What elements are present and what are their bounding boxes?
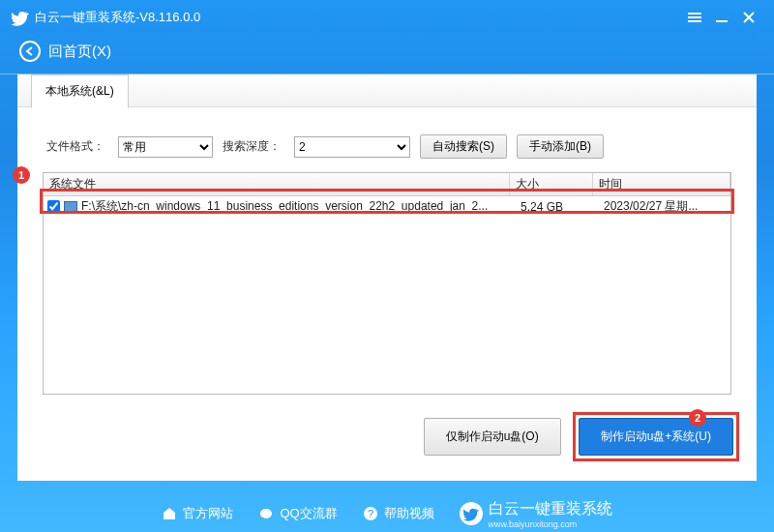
close-button[interactable] [735, 4, 762, 31]
footer: 官方网站 QQ交流群 ? 帮助视频 白云一键重装系统 www.baiyunxit… [0, 495, 774, 532]
manual-add-button[interactable]: 手动添加(B) [517, 134, 604, 159]
svg-rect-0 [688, 13, 701, 15]
auto-search-button[interactable]: 自动搜索(S) [420, 134, 507, 159]
bottom-buttons: 仅制作启动u盘(O) 制作启动u盘+系统(U) [17, 395, 757, 456]
tab-local-system[interactable]: 本地系统(&L) [31, 74, 129, 108]
tab-row: 本地系统(&L) [17, 74, 757, 107]
svg-point-4 [260, 509, 272, 518]
depth-label: 搜索深度： [223, 138, 281, 155]
svg-rect-3 [716, 20, 728, 22]
row-filepath: F:\系统\zh-cn_windows_11_business_editions… [81, 198, 521, 215]
format-label: 文件格式： [46, 138, 104, 155]
row-time: 2023/02/27 星期... [604, 198, 727, 215]
row-checkbox[interactable] [47, 200, 60, 213]
annotation-marker-2: 2 [689, 409, 706, 427]
app-title: 白云一键重装系统-V8.116.0.0 [35, 9, 681, 26]
minimize-button[interactable] [708, 4, 735, 31]
footer-official-site[interactable]: 官方网站 [162, 505, 233, 522]
make-usb-system-button[interactable]: 制作启动u盘+系统(U) [579, 418, 733, 456]
chat-icon [258, 506, 274, 521]
arrow-left-icon [19, 41, 41, 62]
svg-text:?: ? [368, 508, 373, 519]
menu-button[interactable] [681, 4, 708, 31]
question-icon: ? [363, 506, 378, 521]
annotation-marker-1: 1 [13, 166, 30, 184]
main-panel: 本地系统(&L) 文件格式： 常用 搜索深度： 2 自动搜索(S) 手动添加(B… [17, 74, 757, 481]
titlebar: 白云一键重装系统-V8.116.0.0 [0, 0, 774, 35]
svg-rect-2 [688, 20, 701, 22]
controls-row: 文件格式： 常用 搜索深度： 2 自动搜索(S) 手动添加(B) [17, 107, 757, 172]
table-header: 系统文件 大小 时间 [44, 173, 730, 196]
home-icon [162, 506, 177, 521]
col-file-header[interactable]: 系统文件 [44, 173, 510, 195]
make-usb-only-button[interactable]: 仅制作启动u盘(O) [424, 418, 561, 456]
row-size: 5.24 GB [521, 200, 604, 214]
back-home-label: 回首页(X) [48, 43, 111, 61]
col-size-header[interactable]: 大小 [510, 173, 593, 195]
table-row[interactable]: F:\系统\zh-cn_windows_11_business_editions… [44, 196, 730, 217]
svg-rect-1 [688, 16, 701, 18]
depth-select[interactable]: 2 [294, 136, 410, 158]
format-select[interactable]: 常用 [118, 136, 213, 158]
footer-help-video[interactable]: ? 帮助视频 [363, 505, 434, 522]
back-home-link[interactable]: 回首页(X) [0, 35, 774, 68]
bird-icon [460, 502, 483, 525]
col-time-header[interactable]: 时间 [593, 173, 730, 195]
app-logo-icon [12, 9, 29, 26]
footer-brand[interactable]: 白云一键重装系统 www.baiyunxitong.com [460, 499, 612, 529]
file-table: 系统文件 大小 时间 F:\系统\zh-cn_windows_11_busine… [43, 172, 731, 395]
footer-qq-group[interactable]: QQ交流群 [258, 505, 337, 522]
drive-icon [64, 201, 77, 213]
